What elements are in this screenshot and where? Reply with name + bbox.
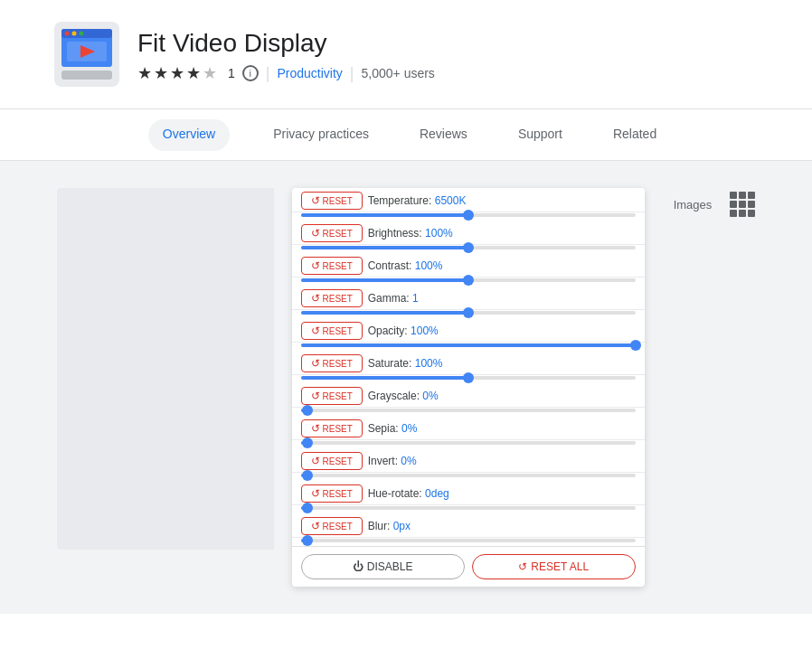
control-value-1: 100%: [425, 227, 453, 240]
star-5: ★: [203, 63, 217, 83]
slider-track-2[interactable]: [301, 278, 636, 282]
control-value-3: 1: [412, 292, 419, 305]
reset-all-label: RESET ALL: [531, 560, 589, 573]
slider-thumb-6[interactable]: [302, 405, 313, 416]
slider-thumb-1[interactable]: [463, 242, 474, 253]
extension-title: Fit Video Display: [137, 29, 435, 58]
reset-button-3[interactable]: ↺ RESET: [301, 289, 363, 307]
reset-icon-10: ↺: [311, 520, 320, 532]
control-value-5: 100%: [415, 357, 443, 370]
star-3: ★: [170, 63, 184, 83]
slider-fill-2: [301, 278, 468, 282]
plugin-panel: ↺ RESETTemperature: 6500K↺ RESETBrightne…: [292, 188, 645, 587]
reset-icon-4: ↺: [311, 324, 320, 337]
svg-rect-8: [61, 71, 112, 80]
reset-button-2[interactable]: ↺ RESET: [301, 257, 363, 275]
svg-point-5: [80, 32, 84, 36]
reset-icon-1: ↺: [311, 227, 320, 240]
control-label-10: Blur: 0px: [368, 520, 636, 532]
control-row-3: ↺ RESETGamma: 1: [292, 286, 645, 310]
reset-button-1[interactable]: ↺ RESET: [301, 224, 363, 242]
control-row-4: ↺ RESETOpacity: 100%: [292, 318, 645, 343]
control-value-6: 0%: [422, 390, 438, 402]
slider-thumb-0[interactable]: [463, 210, 474, 221]
disable-label: DISABLE: [367, 560, 413, 573]
slider-track-9[interactable]: [301, 506, 636, 510]
control-value-7: 0%: [401, 422, 417, 435]
slider-track-0[interactable]: [301, 213, 636, 217]
control-label-7: Sepia: 0%: [368, 422, 636, 435]
control-row-7: ↺ RESETSepia: 0%: [292, 416, 645, 440]
slider-fill-0: [301, 213, 468, 217]
reset-button-8[interactable]: ↺ RESET: [301, 452, 363, 470]
meta-divider: |: [266, 64, 270, 83]
slider-track-7[interactable]: [301, 441, 636, 445]
reset-button-9[interactable]: ↺ RESET: [301, 484, 363, 503]
control-row-5: ↺ RESETSaturate: 100%: [292, 351, 645, 375]
control-label-0: Temperature: 6500K: [368, 194, 636, 207]
control-label-8: Invert: 0%: [368, 455, 636, 467]
control-row-8: ↺ RESETInvert: 0%: [292, 448, 645, 473]
reset-icon-7: ↺: [311, 422, 320, 435]
control-row-1: ↺ RESETBrightness: 100%: [292, 221, 645, 245]
reset-button-10[interactable]: ↺ RESET: [301, 517, 363, 535]
control-label-6: Grayscale: 0%: [368, 390, 636, 402]
nav-tabs: Overview Privacy practices Reviews Suppo…: [0, 109, 812, 160]
slider-row-7: [292, 440, 645, 448]
reset-button-6[interactable]: ↺ RESET: [301, 387, 363, 405]
slider-track-4[interactable]: [301, 343, 636, 347]
tab-support[interactable]: Support: [511, 112, 570, 158]
slider-thumb-3[interactable]: [463, 307, 474, 318]
grid-view-icon[interactable]: [730, 192, 755, 217]
slider-track-10[interactable]: [301, 539, 636, 542]
control-label-1: Brightness: 100%: [368, 227, 636, 240]
slider-thumb-7[interactable]: [302, 437, 313, 448]
reset-button-5[interactable]: ↺ RESET: [301, 354, 363, 372]
control-row-0: ↺ RESETTemperature: 6500K: [292, 188, 645, 212]
reset-button-4[interactable]: ↺ RESET: [301, 322, 363, 340]
slider-track-8[interactable]: [301, 474, 636, 477]
slider-track-6[interactable]: [301, 409, 636, 412]
control-row-10: ↺ RESETBlur: 0px: [292, 513, 645, 538]
slider-thumb-5[interactable]: [463, 372, 474, 383]
slider-track-1[interactable]: [301, 246, 636, 249]
content-area: ↺ RESETTemperature: 6500K↺ RESETBrightne…: [0, 161, 812, 614]
control-label-3: Gamma: 1: [368, 292, 636, 305]
category-link[interactable]: Productivity: [277, 66, 342, 80]
slider-thumb-10[interactable]: [302, 535, 313, 546]
slider-track-5[interactable]: [301, 376, 636, 380]
disable-button[interactable]: ⏻ DISABLE: [301, 554, 465, 579]
rating-info-icon[interactable]: i: [242, 65, 259, 81]
slider-thumb-2[interactable]: [463, 275, 474, 286]
control-value-2: 100%: [415, 259, 443, 272]
slider-row-3: [292, 310, 645, 318]
reset-icon-8: ↺: [311, 455, 320, 467]
extension-info: Fit Video Display ★ ★ ★ ★ ★ 1 i | Produc…: [137, 29, 435, 83]
tab-overview[interactable]: Overview: [148, 119, 230, 151]
slider-row-1: [292, 245, 645, 253]
slider-track-3[interactable]: [301, 311, 636, 315]
reset-icon-2: ↺: [311, 259, 320, 272]
power-icon: ⏻: [353, 560, 364, 573]
tab-related[interactable]: Related: [606, 112, 664, 158]
reset-button-0[interactable]: ↺ RESET: [301, 192, 363, 210]
slider-row-5: [292, 375, 645, 383]
reset-all-button[interactable]: ↺ RESET ALL: [472, 554, 636, 579]
star-1: ★: [137, 63, 152, 83]
slider-row-9: [292, 505, 645, 513]
slider-fill-1: [301, 246, 468, 249]
slider-row-0: [292, 212, 645, 221]
slider-thumb-9[interactable]: [302, 503, 313, 513]
star-rating: ★ ★ ★ ★ ★: [137, 63, 217, 83]
controls-container: ↺ RESETTemperature: 6500K↺ RESETBrightne…: [292, 188, 645, 546]
extension-meta: ★ ★ ★ ★ ★ 1 i | Productivity | 5,000+ us…: [137, 63, 435, 83]
slider-thumb-8[interactable]: [302, 470, 313, 481]
tab-privacy[interactable]: Privacy practices: [266, 112, 376, 158]
control-row-9: ↺ RESETHue-rotate: 0deg: [292, 481, 645, 505]
slider-row-8: [292, 473, 645, 481]
reset-button-7[interactable]: ↺ RESET: [301, 419, 363, 437]
reset-all-icon: ↺: [518, 560, 527, 573]
slider-thumb-4[interactable]: [630, 340, 641, 351]
control-value-8: 0%: [401, 455, 416, 467]
tab-reviews[interactable]: Reviews: [412, 112, 475, 158]
